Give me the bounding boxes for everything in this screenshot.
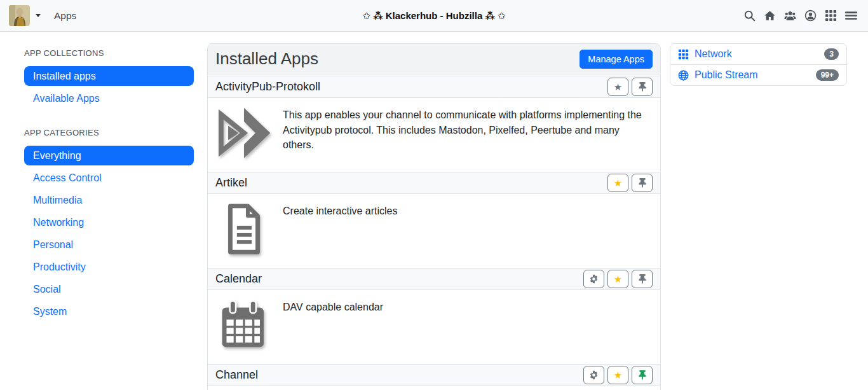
settings-button[interactable] [583,270,604,288]
app-body: DAV capable calendar [208,290,660,363]
notifications-panel: Network 3 Public Stream 99+ [670,43,847,86]
app-section-activitypub: ActivityPub-Protokoll ★ This app enables… [208,74,660,171]
activitypub-icon [215,106,273,160]
public-stream-link[interactable]: Public Stream 99+ [670,64,846,85]
apps-grid-icon[interactable] [825,10,837,22]
star-icon: ★ [614,82,622,92]
sidebar-item-installed-apps[interactable]: Installed apps [24,66,194,86]
app-header: ActivityPub-Protokoll ★ [208,76,660,98]
menu-icon[interactable] [845,10,857,22]
channel-avatar[interactable] [9,5,30,26]
top-navbar: Apps ✩ ⁂ Klackerhub - Hubzilla ⁂ ✩ [0,0,868,32]
site-title: ✩ ⁂ Klackerhub - Hubzilla ⁂ ✩ [0,10,868,22]
app-body: This app enables your channel to communi… [208,98,660,171]
categories-list: Everything Access Control Multimedia Net… [24,146,194,321]
app-section-artikel: Artikel ★ Create interactive articles [208,171,660,267]
home-icon[interactable] [764,10,776,22]
categories-header: APP CATEGORIES [24,128,194,137]
sidebar-item-system[interactable]: System [24,302,194,321]
connections-icon[interactable] [784,10,796,22]
panel-title: Installed Apps [215,49,318,69]
star-button[interactable]: ★ [607,366,628,384]
public-stream-badge: 99+ [816,69,839,81]
sidebar-item-social[interactable]: Social [24,279,194,299]
navbar-actions [743,10,868,22]
star-icon: ★ [614,274,622,284]
app-body: Create interactive articles [208,194,660,267]
app-description: DAV capable calendar [283,298,383,315]
grid-icon [678,49,689,60]
star-button[interactable]: ★ [607,78,628,96]
calendar-icon [215,298,273,352]
gear-icon [589,370,599,380]
app-name: Channel [215,368,258,382]
settings-button[interactable] [583,366,604,384]
search-icon[interactable] [743,10,756,22]
app-header: Calendar ★ [208,268,660,290]
app-sidebar: APP COLLECTIONS Installed apps Available… [24,48,194,341]
network-link[interactable]: Network 3 [670,44,846,64]
pin-icon [639,274,646,284]
page-title: Apps [54,10,76,22]
pin-button[interactable] [632,78,653,96]
panel-header: Installed Apps Manage Apps [208,44,660,74]
app-name: Calendar [215,272,262,286]
app-name: ActivityPub-Protokoll [215,80,320,94]
sidebar-item-available-apps[interactable]: Available Apps [24,88,194,108]
star-icon: ★ [614,178,622,188]
pin-icon [639,82,646,92]
article-icon [215,202,273,256]
account-icon[interactable] [804,10,817,22]
pin-button[interactable] [632,366,653,384]
app-body [208,386,660,390]
app-header: Channel ★ [208,364,660,386]
public-stream-label: Public Stream [695,69,758,81]
app-description: Create interactive articles [283,202,398,219]
sidebar-item-everything[interactable]: Everything [24,146,194,165]
app-section-calendar: Calendar ★ [208,267,660,363]
sidebar-item-networking[interactable]: Networking [24,212,194,232]
pin-button[interactable] [632,270,653,288]
network-label: Network [695,48,732,60]
manage-apps-button[interactable]: Manage Apps [580,50,653,69]
sidebar-item-access-control[interactable]: Access Control [24,168,194,188]
collections-header: APP COLLECTIONS [24,48,194,58]
chevron-down-icon[interactable] [36,14,41,17]
sidebar-item-multimedia[interactable]: Multimedia [24,190,194,210]
network-badge: 3 [824,48,839,60]
app-section-channel: Channel ★ [208,363,660,390]
sidebar-item-productivity[interactable]: Productivity [24,257,194,277]
star-icon: ★ [614,370,622,380]
pin-icon [639,370,646,380]
pin-icon [639,178,646,188]
star-button[interactable]: ★ [607,270,628,288]
pin-button[interactable] [632,174,653,192]
collections-list: Installed apps Available Apps [24,66,194,108]
installed-apps-panel: Installed Apps Manage Apps ActivityPub-P… [207,43,661,390]
gear-icon [589,274,599,284]
sidebar-item-personal[interactable]: Personal [24,235,194,254]
app-description: This app enables your channel to communi… [283,106,653,153]
globe-icon [678,70,689,81]
channel-menu[interactable] [9,5,41,26]
app-name: Artikel [215,176,247,190]
app-header: Artikel ★ [208,172,660,194]
star-button[interactable]: ★ [607,174,628,192]
